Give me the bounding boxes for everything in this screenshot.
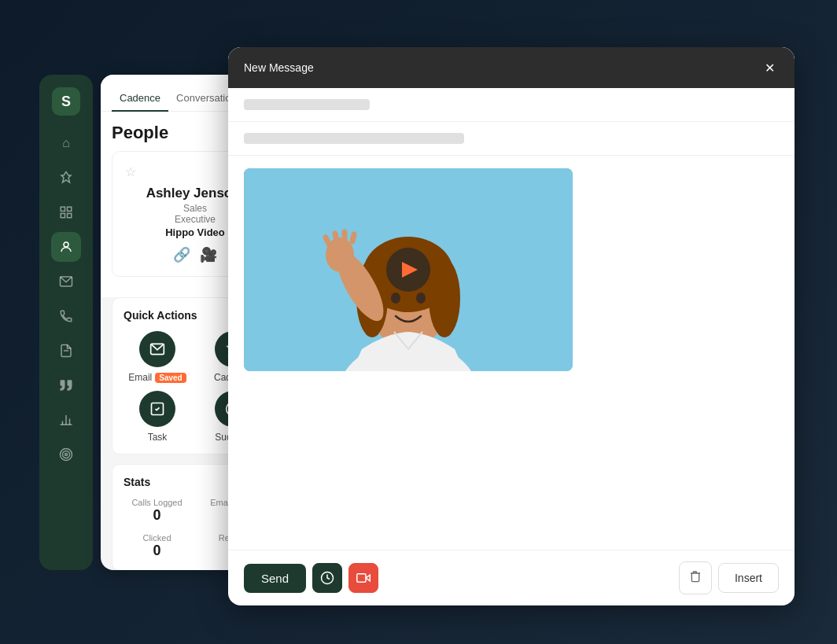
svg-rect-2 xyxy=(61,214,65,218)
camera-button[interactable] xyxy=(348,563,378,593)
delete-button[interactable] xyxy=(679,561,712,594)
svg-rect-0 xyxy=(61,207,65,211)
svg-point-25 xyxy=(429,259,460,337)
sidebar-item-quote[interactable] xyxy=(51,370,81,400)
sidebar-item-phone[interactable] xyxy=(51,301,81,331)
sidebar-item-target[interactable] xyxy=(51,440,81,469)
modal-footer: Send Insert xyxy=(228,550,795,605)
svg-point-27 xyxy=(416,293,426,304)
action-email-button[interactable] xyxy=(139,331,175,367)
svg-point-4 xyxy=(64,242,68,247)
action-task-label: Task xyxy=(148,432,168,443)
svg-point-13 xyxy=(65,454,68,456)
video-area xyxy=(228,156,795,550)
new-message-modal: New Message ✕ xyxy=(228,47,795,605)
svg-point-26 xyxy=(391,293,400,304)
stat-calls-value: 0 xyxy=(124,507,190,524)
sidebar-logo: S xyxy=(52,87,80,116)
sidebar-item-grid[interactable] xyxy=(51,197,81,227)
sidebar-item-rocket[interactable] xyxy=(51,163,81,193)
svg-rect-35 xyxy=(357,574,366,583)
footer-left: Send xyxy=(244,563,378,593)
svg-line-33 xyxy=(352,234,354,241)
modal-header: New Message ✕ xyxy=(228,47,795,88)
stat-clicked-value: 0 xyxy=(124,543,190,559)
subject-field-row xyxy=(228,122,795,156)
saved-badge: Saved xyxy=(155,373,186,383)
to-field-row xyxy=(228,88,795,122)
sidebar-item-chart[interactable] xyxy=(51,405,81,435)
person-link-icon[interactable]: 🔗 xyxy=(173,246,190,263)
stat-clicked: Clicked 0 xyxy=(124,533,190,559)
play-triangle-icon xyxy=(402,262,418,278)
svg-point-12 xyxy=(63,451,70,458)
send-button[interactable]: Send xyxy=(244,564,306,593)
schedule-button[interactable] xyxy=(312,563,342,593)
action-task-button[interactable] xyxy=(139,391,175,427)
video-thumbnail[interactable] xyxy=(244,168,573,371)
modal-body xyxy=(228,88,795,550)
svg-rect-3 xyxy=(68,214,72,218)
sidebar-item-home[interactable]: ⌂ xyxy=(51,128,81,158)
action-email-label: Email Saved xyxy=(128,372,186,383)
to-input-placeholder xyxy=(244,99,370,110)
modal-close-button[interactable]: ✕ xyxy=(760,58,779,77)
svg-line-31 xyxy=(335,234,337,241)
sidebar-item-people[interactable] xyxy=(51,232,81,262)
action-task: Task xyxy=(124,391,191,443)
person-video-icon[interactable]: 🎥 xyxy=(200,246,217,263)
modal-title: New Message xyxy=(244,61,314,74)
play-button[interactable] xyxy=(386,248,430,292)
sidebar: S ⌂ xyxy=(39,75,93,570)
stat-calls-label: Calls Logged xyxy=(124,498,190,507)
svg-line-30 xyxy=(326,237,329,244)
stat-calls: Calls Logged 0 xyxy=(124,498,190,524)
footer-right: Insert xyxy=(679,561,779,594)
svg-rect-1 xyxy=(68,207,72,211)
insert-button[interactable]: Insert xyxy=(718,563,779,593)
subject-input-placeholder xyxy=(244,133,464,144)
sidebar-item-mail[interactable] xyxy=(51,267,81,296)
tab-cadence[interactable]: Cadence xyxy=(112,86,168,112)
stat-clicked-label: Clicked xyxy=(124,533,190,543)
sidebar-item-document[interactable] xyxy=(51,336,81,366)
action-email: Email Saved xyxy=(124,331,191,383)
